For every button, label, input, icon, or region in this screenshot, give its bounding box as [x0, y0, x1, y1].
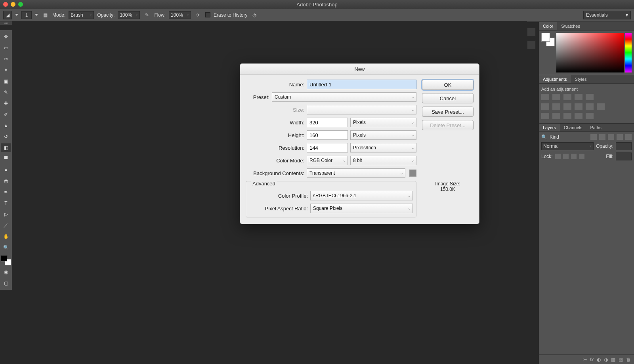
size-label: Size:	[246, 107, 304, 113]
name-label: Name:	[246, 82, 304, 88]
color-depth-value: 8 bit	[353, 158, 362, 163]
background-contents-value: Transparent	[309, 170, 335, 176]
width-unit-value: Pixels	[353, 120, 366, 125]
color-depth-select[interactable]: 8 bit⌵	[350, 156, 416, 165]
preset-label: Preset:	[246, 94, 269, 100]
new-document-dialog: New Name: Preset: Custom⌵ Size: ⌵ Width:	[240, 63, 479, 224]
dialog-title: New	[240, 64, 479, 75]
resolution-unit-select[interactable]: Pixels/Inch⌵	[350, 143, 416, 152]
advanced-fieldset: Advanced Color Profile: sRGB IEC61966-2.…	[246, 181, 416, 217]
image-size-value: 150.0K	[422, 187, 474, 192]
width-unit-select[interactable]: Pixels⌵	[350, 118, 416, 127]
color-mode-value: RGB Color	[309, 158, 332, 163]
background-contents-select[interactable]: Transparent⌵	[307, 168, 405, 178]
background-contents-label: Background Contents:	[246, 170, 304, 176]
pixel-aspect-label: Pixel Aspect Ratio:	[249, 206, 308, 212]
cancel-button[interactable]: Cancel	[422, 93, 474, 103]
color-profile-select[interactable]: sRGB IEC61966-2.1⌵	[310, 191, 413, 200]
width-input[interactable]	[307, 118, 348, 127]
size-select: ⌵	[307, 105, 416, 114]
modal-overlay: New Name: Preset: Custom⌵ Size: ⌵ Width:	[0, 0, 634, 364]
image-size-info: Image Size: 150.0K	[422, 181, 474, 192]
height-unit-select[interactable]: Pixels⌵	[350, 130, 416, 140]
preset-select[interactable]: Custom⌵	[272, 92, 416, 102]
background-color-swatch[interactable]	[409, 170, 416, 177]
name-input[interactable]	[307, 80, 416, 89]
resolution-input[interactable]	[307, 143, 348, 152]
ok-button[interactable]: OK	[422, 80, 474, 90]
pixel-aspect-value: Square Pixels	[313, 206, 342, 211]
color-mode-label: Color Mode:	[246, 158, 304, 164]
preset-value: Custom	[275, 94, 291, 100]
color-profile-value: sRGB IEC61966-2.1	[313, 193, 356, 198]
height-input[interactable]	[307, 130, 348, 140]
resolution-unit-value: Pixels/Inch	[353, 145, 376, 151]
color-profile-label: Color Profile:	[249, 193, 308, 199]
delete-preset-button: Delete Preset...	[422, 120, 474, 130]
advanced-legend: Advanced	[251, 181, 277, 187]
pixel-aspect-select[interactable]: Square Pixels⌵	[310, 204, 413, 213]
width-label: Width:	[246, 120, 304, 126]
resolution-label: Resolution:	[246, 145, 304, 151]
color-mode-select[interactable]: RGB Color⌵	[307, 156, 348, 165]
height-unit-value: Pixels	[353, 132, 366, 138]
image-size-label: Image Size:	[422, 181, 474, 187]
save-preset-button[interactable]: Save Preset...	[422, 107, 474, 117]
height-label: Height:	[246, 132, 304, 138]
